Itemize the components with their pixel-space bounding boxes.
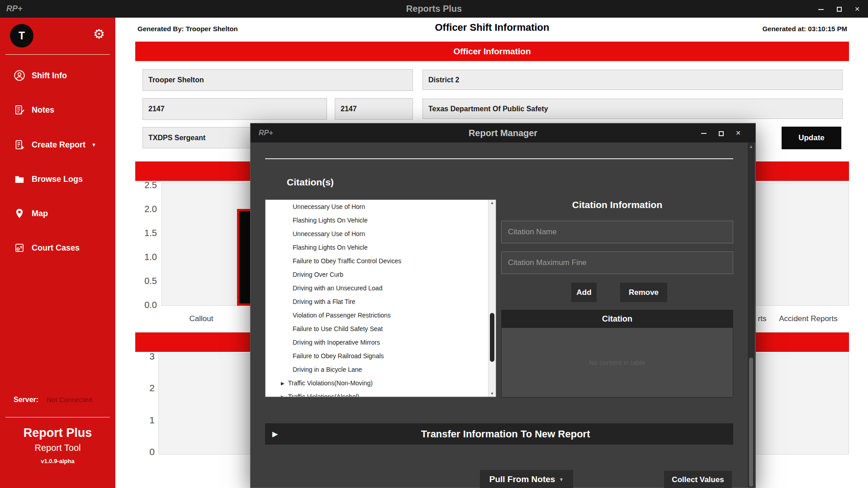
- maximize-icon[interactable]: [835, 5, 843, 13]
- update-button[interactable]: Update: [782, 127, 841, 149]
- district-field[interactable]: [422, 70, 843, 90]
- transfer-expander[interactable]: ▶ Transfer Information To New Report: [265, 423, 733, 445]
- avatar-initial: T: [19, 30, 25, 42]
- citation-list-item[interactable]: Driving in a Bicycle Lane: [266, 363, 496, 376]
- minimize-icon[interactable]: [700, 129, 707, 137]
- citation-information-heading: Citation Information: [501, 199, 733, 210]
- scrollbar-thumb[interactable]: [490, 313, 494, 362]
- window-titlebar: RP+ Reports Plus ✕: [0, 0, 868, 18]
- expander-arrow-icon: ▶: [272, 430, 278, 438]
- chevron-down-icon: ▼: [559, 477, 564, 482]
- minimize-icon[interactable]: [817, 5, 825, 13]
- scrollbar-thumb[interactable]: [749, 358, 753, 487]
- pull-from-notes-label: Pull From Notes: [489, 474, 555, 484]
- citation-group-label: Traffic Violations(Alcohol): [288, 393, 360, 397]
- sidebar-divider: [5, 417, 110, 417]
- map-pin-icon: [14, 208, 25, 219]
- settings-gear-icon[interactable]: ⚙: [93, 28, 105, 41]
- sidebar-item-court-cases[interactable]: Court Cases: [0, 235, 115, 261]
- sidebar-item-notes[interactable]: Notes: [0, 97, 115, 123]
- person-icon: [14, 70, 25, 81]
- citation-group-item[interactable]: ▶ Traffic Violations(Alcohol): [266, 390, 496, 397]
- citation-list-item[interactable]: Driving with Inoperative Mirrors: [266, 336, 496, 349]
- citation-list-item[interactable]: Violation of Passenger Restrictions: [266, 308, 496, 322]
- sidebar-item-label: Browse Logs: [32, 175, 83, 184]
- brand-subtitle: Report Tool: [0, 443, 115, 453]
- citation-listbox[interactable]: Unnecessary Use of Horn Flashing Lights …: [265, 199, 496, 397]
- scroll-down-icon[interactable]: ▼: [489, 392, 496, 396]
- y-axis-tick: 0.0: [133, 300, 157, 310]
- y-axis-tick: 2: [135, 383, 155, 393]
- sidebar-item-browse-logs[interactable]: Browse Logs: [0, 166, 115, 192]
- add-button[interactable]: Add: [571, 283, 597, 302]
- server-label: Server:: [14, 396, 38, 404]
- remove-button[interactable]: Remove: [620, 283, 667, 302]
- citation-group-item[interactable]: ▶ Traffic Violations(Non-Moving): [266, 376, 496, 390]
- citation-name-input[interactable]: [501, 221, 733, 243]
- citation-list-item[interactable]: Driving Over Curb: [266, 268, 496, 281]
- citation-list-item[interactable]: Flashing Lights On Vehicle: [266, 241, 496, 254]
- pull-from-notes-button[interactable]: Pull From Notes ▼: [480, 470, 573, 488]
- sidebar-item-label: Map: [32, 209, 48, 218]
- officer-name-field[interactable]: [142, 69, 413, 91]
- report-manager-title: Report Manager: [251, 123, 755, 142]
- sidebar-item-label: Create Report: [32, 140, 85, 150]
- citation-list-item[interactable]: Failure to Obey Railroad Signals: [266, 349, 496, 363]
- table-empty-text: No content in table: [589, 359, 645, 366]
- unit-number-field[interactable]: [335, 98, 413, 120]
- sidebar-item-label: Court Cases: [32, 243, 80, 253]
- modal-scrollbar[interactable]: ▲: [748, 142, 754, 488]
- citation-table: Citation No content in table: [501, 310, 733, 398]
- close-icon[interactable]: ✕: [854, 5, 861, 13]
- app-version: v1.0.9-alpha: [0, 458, 115, 464]
- citation-list-item[interactable]: Unnecessary Use of Horn: [266, 200, 496, 213]
- citation-table-header[interactable]: Citation: [502, 310, 733, 328]
- avatar[interactable]: T: [10, 24, 33, 47]
- sidebar-item-create-report[interactable]: Create Report ▼: [0, 132, 115, 157]
- report-manager-window: RP+ Report Manager ✕ Citation(s) Unneces…: [250, 123, 756, 488]
- x-axis-label: rts: [753, 314, 771, 323]
- notes-icon: [14, 104, 25, 116]
- page-title: Officer Shift Information: [135, 22, 849, 33]
- citations-heading: Citation(s): [287, 177, 334, 188]
- sidebar-divider: [5, 54, 110, 55]
- sidebar-item-label: Notes: [32, 105, 54, 115]
- citation-list-item[interactable]: Unnecessary Use of Horn: [266, 227, 496, 241]
- badge-number-field[interactable]: [142, 98, 327, 120]
- y-axis-tick: 2.0: [133, 204, 157, 214]
- y-axis-tick: 0: [135, 446, 155, 457]
- create-report-icon: [14, 139, 25, 151]
- department-field[interactable]: [422, 99, 843, 119]
- folder-icon: [14, 173, 25, 185]
- citation-list-item[interactable]: Failure to Use Child Safety Seat: [266, 322, 496, 336]
- sidebar-item-shift-info[interactable]: Shift Info: [0, 63, 115, 88]
- close-icon[interactable]: ✕: [735, 129, 742, 137]
- server-status-row: Server: Not Connected: [14, 396, 113, 404]
- brand-title: Report Plus: [0, 426, 115, 440]
- citation-list-item[interactable]: Driving with a Flat Tire: [266, 295, 496, 308]
- list-scrollbar[interactable]: ▲ ▼: [488, 200, 496, 397]
- chevron-down-icon: ▼: [91, 142, 96, 147]
- scroll-up-icon[interactable]: ▲: [489, 201, 496, 205]
- citation-list-item[interactable]: Failure to Obey Traffic Control Devices: [266, 254, 496, 268]
- citation-list-item[interactable]: Driving with an Unsecured Load: [266, 281, 496, 295]
- banner-label: Officer Information: [453, 47, 531, 56]
- server-status: Not Connected: [47, 396, 92, 403]
- modal-divider: [265, 158, 733, 159]
- scroll-up-icon[interactable]: ▲: [748, 144, 754, 149]
- sidebar-item-map[interactable]: Map: [0, 201, 115, 226]
- y-axis-tick: 0.5: [133, 276, 157, 286]
- maximize-icon[interactable]: [717, 129, 725, 137]
- transfer-expander-label: Transfer Information To New Report: [278, 428, 733, 440]
- citation-list-item[interactable]: Flashing Lights On Vehicle: [266, 213, 496, 227]
- collect-values-button[interactable]: Collect Values: [664, 471, 732, 488]
- window-title: Reports Plus: [0, 0, 868, 18]
- report-manager-titlebar: RP+ Report Manager ✕: [251, 123, 755, 142]
- citation-group-label: Traffic Violations(Non-Moving): [288, 379, 373, 387]
- x-axis-label: Accident Reports: [774, 314, 842, 323]
- citation-max-fine-input[interactable]: [501, 251, 733, 274]
- y-axis-tick: 1: [135, 415, 155, 426]
- sidebar: T ⚙ Shift Info Notes Create Report ▼: [0, 18, 115, 488]
- y-axis-tick: 3: [135, 351, 155, 362]
- generated-at-text: Generated at: 03:10:15 PM: [762, 25, 847, 33]
